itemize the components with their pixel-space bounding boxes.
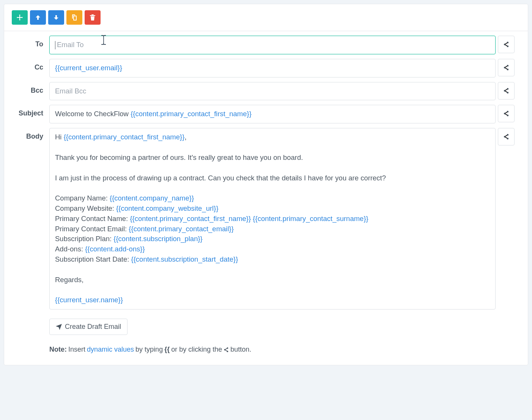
- arrow-down-icon: [53, 14, 59, 21]
- copy-icon: [71, 14, 77, 21]
- move-down-button[interactable]: [48, 10, 64, 25]
- email-editor-card: To Email To Cc {{current_user.email}}: [4, 4, 528, 365]
- row-actions: Create Draft Email Note: Insert dynamic …: [17, 314, 515, 354]
- bcc-input[interactable]: Email Bcc: [49, 82, 496, 101]
- label-cc: Cc: [17, 59, 49, 71]
- label-bcc: Bcc: [17, 82, 49, 95]
- delete-button[interactable]: [85, 10, 101, 25]
- row-bcc: Bcc Email Bcc: [17, 82, 515, 101]
- share-icon: [503, 88, 509, 94]
- share-body-button[interactable]: [498, 128, 515, 145]
- share-subject-button[interactable]: [498, 105, 515, 122]
- duplicate-button[interactable]: [66, 10, 82, 25]
- note-text: Note: Insert dynamic values by typing {{…: [49, 346, 251, 354]
- share-icon: [503, 65, 509, 71]
- label-subject: Subject: [17, 105, 49, 117]
- move-up-button[interactable]: [30, 10, 46, 25]
- share-icon: [224, 347, 229, 352]
- row-to: To Email To: [17, 36, 515, 54]
- subject-input[interactable]: Welcome to CheckFlow {{content.primary_c…: [49, 105, 496, 123]
- share-icon: [503, 111, 509, 117]
- row-cc: Cc {{current_user.email}}: [17, 59, 515, 77]
- cc-input[interactable]: {{current_user.email}}: [49, 59, 496, 77]
- share-to-button[interactable]: [498, 36, 515, 53]
- form-area: To Email To Cc {{current_user.email}}: [4, 31, 528, 365]
- label-to: To: [17, 36, 49, 48]
- move-button[interactable]: [12, 10, 28, 25]
- row-subject: Subject Welcome to CheckFlow {{content.p…: [17, 105, 515, 123]
- arrow-up-icon: [35, 14, 41, 21]
- move-icon: [17, 14, 23, 21]
- body-editor[interactable]: Hi {{content.primary_contact_first_name}…: [49, 128, 496, 309]
- share-icon: [503, 41, 509, 47]
- share-bcc-button[interactable]: [498, 82, 515, 99]
- trash-icon: [90, 14, 96, 21]
- paper-plane-icon: [56, 324, 62, 330]
- row-body: Body Hi {{content.primary_contact_first_…: [17, 128, 515, 309]
- toolbar: [4, 4, 528, 31]
- to-input[interactable]: Email To: [49, 36, 496, 54]
- share-icon: [503, 134, 509, 140]
- label-body: Body: [17, 128, 49, 141]
- create-draft-button[interactable]: Create Draft Email: [49, 319, 127, 335]
- share-cc-button[interactable]: [498, 59, 515, 76]
- dynamic-values-link[interactable]: dynamic values: [87, 346, 134, 354]
